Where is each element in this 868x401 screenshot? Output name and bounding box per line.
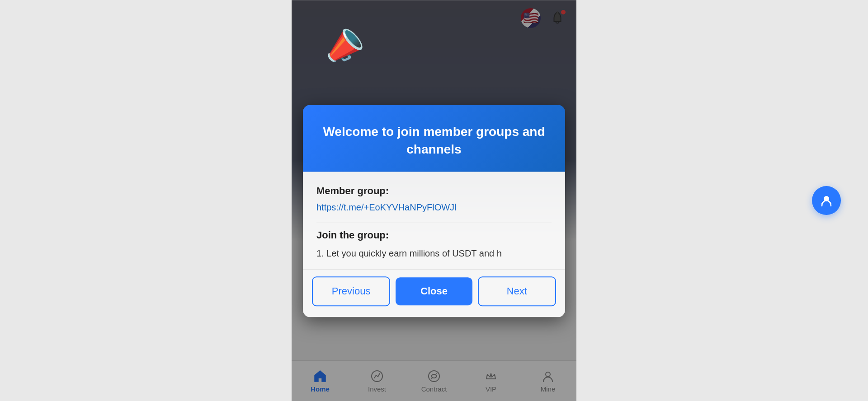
join-text: 1. Let you quickly earn millions of USDT… xyxy=(316,247,552,261)
modal-footer: Previous Close Next xyxy=(303,270,565,317)
divider xyxy=(316,222,552,223)
close-button[interactable]: Close xyxy=(396,278,472,306)
previous-button[interactable]: Previous xyxy=(312,277,390,307)
join-group-label: Join the group: xyxy=(316,230,552,242)
modal-dialog: Welcome to join member groups and channe… xyxy=(303,105,565,317)
support-button[interactable] xyxy=(812,186,841,215)
next-button[interactable]: Next xyxy=(478,277,556,307)
member-group-link[interactable]: https://t.me/+EoKYVHaNPyFlOWJl xyxy=(316,203,552,213)
member-group-label: Member group: xyxy=(316,186,552,197)
modal-body: Member group: https://t.me/+EoKYVHaNPyFl… xyxy=(303,172,565,270)
app-container: 🇺🇸 📣 Welcome to join member groups and c… xyxy=(292,0,576,401)
modal-header: Welcome to join member groups and channe… xyxy=(303,105,565,172)
modal-title: Welcome to join member groups and channe… xyxy=(316,123,552,158)
